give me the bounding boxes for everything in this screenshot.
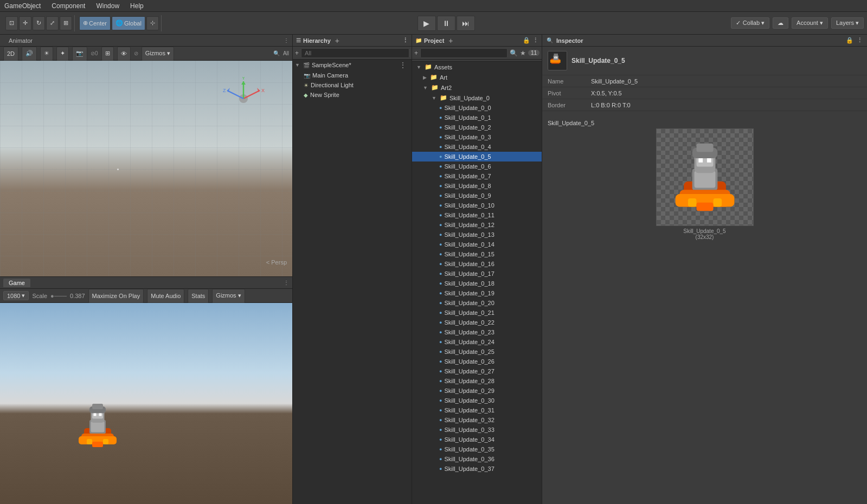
hierarchy-search[interactable] [301,48,409,58]
project-file-0_18[interactable]: ● Skill_Update_0_18 [412,279,542,288]
project-file-0_3[interactable]: ● Skill_Update_0_3 [412,132,542,142]
project-folder-assets[interactable]: ▼ 📁 Assets [412,62,542,72]
project-file-0_14[interactable]: ● Skill_Update_0_14 [412,240,542,249]
project-search-icon[interactable]: 🔍 [510,49,518,57]
scene-effects-btn[interactable]: ✦ [56,47,69,61]
project-file-0_29[interactable]: ● Skill_Update_0_29 [412,386,542,396]
hierarchy-add-icon[interactable]: + [295,49,299,57]
project-file-0_37[interactable]: ● Skill_Update_0_37 [412,464,542,474]
project-file-0_6[interactable]: ● Skill_Update_0_6 [412,161,542,171]
project-file-0_1[interactable]: ● Skill_Update_0_1 [412,113,542,122]
project-file-0_16[interactable]: ● Skill_Update_0_16 [412,259,542,269]
play-button[interactable]: ▶ [418,16,436,31]
move-tool[interactable]: ✛ [19,16,31,30]
hierarchy-toolbar: + [293,47,412,60]
step-button[interactable]: ⏭ [457,16,475,31]
inspector-lock-icon[interactable]: 🔒 [846,37,853,44]
project-file-0_24[interactable]: ● Skill_Update_0_24 [412,337,542,347]
stats-btn[interactable]: Stats [188,289,209,303]
project-file-0_25[interactable]: ● Skill_Update_0_25 [412,347,542,357]
project-folder-skill-update-0[interactable]: ▼ 📁 Skill_Update_0 [412,93,542,103]
project-file-0_12[interactable]: ● Skill_Update_0_12 [412,220,542,230]
project-file-0_9[interactable]: ● Skill_Update_0_9 [412,191,542,201]
project-file-0_21[interactable]: ● Skill_Update_0_21 [412,308,542,318]
pivot-center-btn[interactable]: ⊕ Center [79,16,111,30]
project-folder-art2[interactable]: ▼ 📁 Art2 [412,82,542,93]
hierarchy-add-btn[interactable]: + [333,36,342,45]
project-folder-art[interactable]: ▶ 📁 Art [412,72,542,82]
file-0_8-icon: ● [439,183,442,189]
hierarchy-scene-root[interactable]: ▼ 🎬 SampleScene* ⋮ [293,60,412,70]
menu-window[interactable]: Window [94,1,121,11]
layers-button[interactable]: Layers ▾ [831,17,864,29]
maximize-btn[interactable]: Maximize On Play [88,289,144,303]
inspector-kebab-icon[interactable]: ⋮ [857,37,863,44]
scene-gridvis-btn[interactable]: ⊞ [101,47,114,61]
pause-button[interactable]: ⏸ [437,16,455,31]
project-lock-icon[interactable]: 🔒 [523,37,530,44]
game-tab[interactable]: Game [3,279,30,287]
hierarchy-item-new-sprite[interactable]: ◆ New Sprite [293,90,412,100]
project-file-0_35[interactable]: ● Skill_Update_0_35 [412,444,542,454]
scene-camera-btn[interactable]: 📷 [72,47,87,61]
gizmos-btn[interactable]: Gizmos ▾ [142,47,174,61]
cloud-button[interactable]: ☁ [773,17,788,29]
project-file-0_36[interactable]: ● Skill_Update_0_36 [412,454,542,464]
custom-tool[interactable]: ⊹ [146,16,159,30]
resolution-dropdown[interactable]: 1080 ▾ [3,291,29,300]
rotate-tool[interactable]: ↻ [33,16,45,30]
project-file-0_28[interactable]: ● Skill_Update_0_28 [412,376,542,386]
project-file-0_0[interactable]: ● Skill_Update_0_0 [412,103,542,113]
mute-btn[interactable]: Mute Audio [147,289,184,303]
hierarchy-item-main-camera[interactable]: 📷 Main Camera [293,70,412,80]
scene-vis-btn[interactable]: 👁 [117,47,131,61]
animator-tab[interactable]: Animator [3,36,38,45]
project-star-icon[interactable]: ★ [520,49,526,57]
project-file-0_19[interactable]: ● Skill_Update_0_19 [412,288,542,298]
menu-component[interactable]: Component [49,1,87,11]
hierarchy-kebab[interactable]: ⋮ [402,37,408,44]
project-file-0_17[interactable]: ● Skill_Update_0_17 [412,269,542,279]
project-file-0_31[interactable]: ● Skill_Update_0_31 [412,405,542,415]
hierarchy-item-directional-light[interactable]: ☀ Directional Light [293,80,412,90]
rect-select-tool[interactable]: ⊡ [5,16,18,30]
project-file-0_2[interactable]: ● Skill_Update_0_2 [412,122,542,132]
project-file-0_23[interactable]: ● Skill_Update_0_23 [412,327,542,337]
project-file-0_10[interactable]: ● Skill_Update_0_10 [412,201,542,210]
project-file-0_26[interactable]: ● Skill_Update_0_26 [412,357,542,366]
skill-update-0-label: Skill_Update_0 [449,95,490,101]
project-file-0_27[interactable]: ● Skill_Update_0_27 [412,366,542,376]
project-kebab-icon[interactable]: ⋮ [532,37,538,44]
project-file-0_4[interactable]: ● Skill_Update_0_4 [412,142,542,152]
project-file-0_22[interactable]: ● Skill_Update_0_22 [412,318,542,327]
scene-more-icon[interactable]: ⋮ [284,37,289,43]
project-file-0_11[interactable]: ● Skill_Update_0_11 [412,210,542,220]
project-add-icon[interactable]: + [414,49,418,57]
scene-2d-btn[interactable]: 2D [3,47,18,61]
project-file-0_5[interactable]: ● Skill_Update_0_5 [412,152,542,161]
game-more-icon[interactable]: ⋮ [284,280,289,286]
project-file-0_15[interactable]: ● Skill_Update_0_15 [412,249,542,259]
scene-kebab-icon[interactable]: ⋮ [399,61,407,69]
game-gizmos-btn[interactable]: Gizmos ▾ [212,289,245,303]
project-file-0_13[interactable]: ● Skill_Update_0_13 [412,230,542,240]
project-file-0_30[interactable]: ● Skill_Update_0_30 [412,396,542,405]
project-file-0_8[interactable]: ● Skill_Update_0_8 [412,181,542,191]
space-global-btn[interactable]: 🌐 Global [112,16,145,30]
project-file-0_7[interactable]: ● Skill_Update_0_7 [412,171,542,181]
project-file-0_33[interactable]: ● Skill_Update_0_33 [412,425,542,435]
project-add-btn[interactable]: + [446,36,455,45]
project-file-0_32[interactable]: ● Skill_Update_0_32 [412,415,542,425]
account-button[interactable]: Account ▾ [792,17,828,29]
transform-tool[interactable]: ⊞ [60,16,72,30]
project-file-0_34[interactable]: ● Skill_Update_0_34 [412,435,542,444]
menu-gameobject[interactable]: GameObject [2,1,43,11]
scene-audio-btn[interactable]: 🔊 [22,47,37,61]
file-0_17-icon: ● [439,271,442,276]
project-search[interactable] [420,48,508,58]
scene-sun-btn[interactable]: ☀ [40,47,53,61]
menu-help[interactable]: Help [128,1,146,11]
scale-tool[interactable]: ⤢ [46,16,59,30]
project-file-0_20[interactable]: ● Skill_Update_0_20 [412,298,542,308]
collab-button[interactable]: ✓ Collab ▾ [731,17,769,29]
